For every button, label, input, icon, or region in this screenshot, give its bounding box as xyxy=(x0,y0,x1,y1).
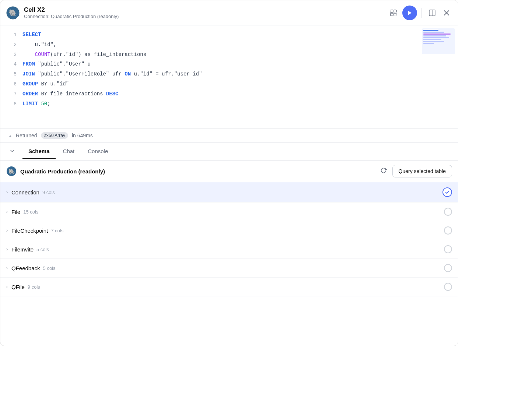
header-title-group: Cell X2 Connection: Quadratic Production… xyxy=(24,6,388,19)
result-arrow: ↳ xyxy=(8,133,12,138)
header-divider xyxy=(421,8,422,18)
selection-icon xyxy=(390,9,397,17)
table-row-qfile[interactable]: › QFile 9 cols xyxy=(0,278,458,296)
code-line-1: 1 SELECT xyxy=(0,30,458,40)
connection-subtitle: Connection: Quadratic Production (readon… xyxy=(24,14,388,19)
schema-actions: Query selected table xyxy=(378,165,452,177)
layout-icon xyxy=(428,9,436,17)
code-line-8: 8 LIMIT 50; xyxy=(0,99,458,109)
svg-text:🐘: 🐘 xyxy=(8,169,15,175)
radio-qfeedback[interactable] xyxy=(444,264,452,272)
table-cols-connection: 9 cols xyxy=(42,190,55,195)
tab-schema[interactable]: Schema xyxy=(22,144,56,159)
table-row-fileinvite[interactable]: › FileInvite 5 cols xyxy=(0,240,458,259)
code-line-2: 2 u."id", xyxy=(0,40,458,50)
expand-icon-qfeedback: › xyxy=(6,265,8,271)
svg-text:🐘: 🐘 xyxy=(9,9,17,17)
postgres-logo: 🐘 xyxy=(6,6,20,20)
tab-console[interactable]: Console xyxy=(82,144,114,159)
chevron-down-icon xyxy=(9,148,15,154)
minimap xyxy=(422,28,455,54)
table-cols-fileinvite: 5 cols xyxy=(36,247,49,252)
refresh-icon xyxy=(380,167,387,174)
result-suffix: in 649ms xyxy=(72,133,93,138)
result-badge: 2×50 Array xyxy=(41,132,68,139)
layout-button[interactable] xyxy=(426,7,438,19)
result-bar: ↳ Returned 2×50 Array in 649ms xyxy=(0,128,458,143)
table-cols-filecheckpoint: 7 cols xyxy=(51,228,63,233)
run-button[interactable] xyxy=(402,6,417,20)
close-icon xyxy=(443,10,450,16)
table-cols-file: 15 cols xyxy=(23,209,38,215)
schema-header: 🐘 Quadratic Production (readonly) Query … xyxy=(0,161,458,182)
table-cols-qfeedback: 5 cols xyxy=(43,265,56,271)
table-row-filecheckpoint[interactable]: › FileCheckpoint 7 cols xyxy=(0,221,458,240)
table-name-fileinvite: FileInvite xyxy=(11,246,34,253)
radio-connection[interactable] xyxy=(442,187,452,197)
schema-table-list: › Connection 9 cols › File 15 cols › Fil… xyxy=(0,182,458,296)
refresh-button[interactable] xyxy=(378,165,389,177)
schema-connection-name: Quadratic Production (readonly) xyxy=(20,168,378,175)
expand-icon-file: › xyxy=(6,209,8,214)
radio-qfile[interactable] xyxy=(444,283,452,291)
schema-postgres-logo: 🐘 xyxy=(6,166,17,176)
code-line-6: 6 GROUP BY u."id" xyxy=(0,79,458,89)
svg-rect-5 xyxy=(394,13,396,16)
table-name-filecheckpoint: FileCheckpoint xyxy=(11,228,48,234)
header: 🐘 Cell X2 Connection: Quadratic Producti… xyxy=(0,0,458,25)
table-name-qfile: QFile xyxy=(11,284,25,290)
radio-filecheckpoint[interactable] xyxy=(444,226,452,235)
radio-file[interactable] xyxy=(444,208,452,216)
svg-rect-4 xyxy=(391,13,393,16)
code-line-4: 4 FROM "public"."User" u xyxy=(0,59,458,69)
table-cols-qfile: 9 cols xyxy=(28,284,40,290)
expand-icon-connection: › xyxy=(6,190,8,195)
code-line-7: 7 ORDER BY file_interactions DESC xyxy=(0,89,458,99)
svg-rect-2 xyxy=(391,10,393,13)
svg-rect-3 xyxy=(394,10,396,13)
expand-icon-filecheckpoint: › xyxy=(6,228,8,233)
table-row-file[interactable]: › File 15 cols xyxy=(0,202,458,221)
query-selected-table-button[interactable]: Query selected table xyxy=(392,165,452,177)
result-prefix: Returned xyxy=(16,133,37,138)
checkmark-icon xyxy=(445,190,450,195)
table-row-connection[interactable]: › Connection 9 cols xyxy=(0,182,458,202)
header-actions xyxy=(388,6,452,20)
radio-fileinvite[interactable] xyxy=(444,245,452,253)
close-button[interactable] xyxy=(441,7,452,18)
table-name-qfeedback: QFeedback xyxy=(11,265,40,271)
code-line-5: 5 JOIN "public"."UserFileRole" ufr ON u.… xyxy=(0,69,458,79)
play-icon xyxy=(407,10,413,16)
tabs-bar: Schema Chat Console xyxy=(0,143,458,161)
code-editor[interactable]: 1 SELECT 2 u."id", 3 COUNT(ufr."id") as … xyxy=(0,25,458,128)
table-name-file: File xyxy=(11,209,20,215)
table-name-connection: Connection xyxy=(11,189,39,196)
cell-title: Cell X2 xyxy=(24,6,388,14)
selection-icon-button[interactable] xyxy=(388,7,399,19)
expand-icon-fileinvite: › xyxy=(6,247,8,252)
table-row-qfeedback[interactable]: › QFeedback 5 cols xyxy=(0,259,458,278)
collapse-button[interactable] xyxy=(6,147,18,156)
code-line-3: 3 COUNT(ufr."id") as file_interactions xyxy=(0,50,458,60)
tab-chat[interactable]: Chat xyxy=(57,144,81,159)
expand-icon-qfile: › xyxy=(6,284,8,289)
